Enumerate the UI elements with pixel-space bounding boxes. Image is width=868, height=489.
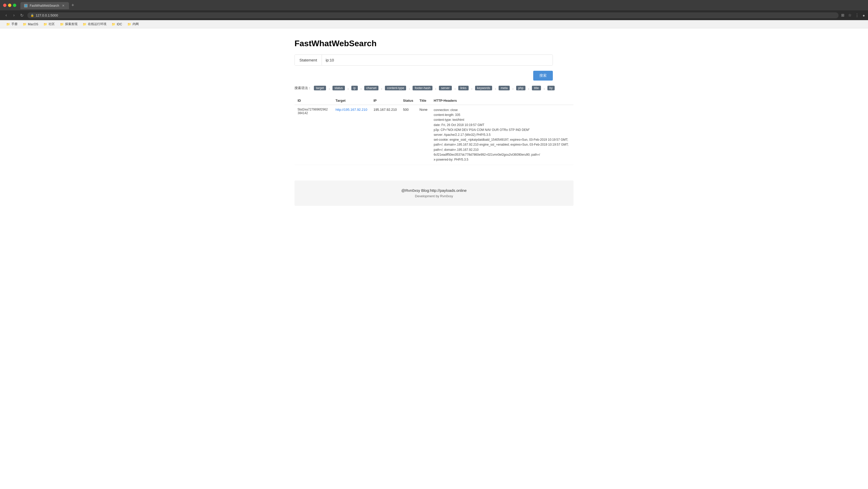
maximize-button[interactable] [13,4,16,7]
syntax-tag[interactable]: status [333,86,345,90]
syntax-comma: ， [454,86,457,90]
tab-title: FastWhatWebSearch [30,4,59,7]
syntax-comma: ， [380,86,383,90]
bookmark-label: 社区 [49,22,55,26]
syntax-comma: ， [511,86,515,90]
app-title: FastWhatWebSearch [294,39,574,48]
bookmark-item[interactable]: 📁手册 [4,21,20,27]
page-content: FastWhatWebSearch Statement 搜索 搜索语法： tar… [279,28,589,216]
syntax-tag[interactable]: content-type [385,86,406,90]
table-cell[interactable]: http://195.167.92.210 [333,105,370,165]
syntax-comma: ， [408,86,411,90]
lock-icon: 🔒 [30,14,34,17]
bookmark-folder-icon: 📁 [112,23,116,26]
bookmark-folder-icon: 📁 [6,23,10,26]
table-header: IDTargetIPStatusTitleHTTP-Headers [294,97,574,105]
forward-button[interactable]: › [11,12,17,18]
syntax-tag[interactable]: links [458,86,469,90]
syntax-comma: ， [470,86,473,90]
syntax-tag[interactable]: server [439,86,452,90]
header-row: IDTargetIPStatusTitleHTTP-Headers [294,97,574,105]
search-input[interactable] [322,55,553,65]
tab-bar: 🌐 FastWhatWebSearch ✕ + [21,2,865,9]
target-link[interactable]: http://195.167.92.210 [336,108,367,111]
syntax-tag[interactable]: footer-hash [412,86,432,90]
bookmark-label: 内网 [132,22,139,26]
tab-favicon: 🌐 [24,4,28,7]
address-bar: ‹ › ↻ 🔒 127.0.0.1:5000 ⊞ ☆ ⋮ ● [0,10,868,20]
footer: @Rvn0xsy Blog:http://payloads.online Dev… [294,181,574,206]
bookmark-label: 探索发现 [65,22,78,26]
syntax-tag[interactable]: keywords [475,86,492,90]
table-column-header: Target [333,97,370,105]
refresh-button[interactable]: ↻ [19,12,25,18]
syntax-tag[interactable]: target [314,86,326,90]
bookmark-item[interactable]: 📁在线运行环境 [81,21,108,27]
table-column-header: IP [370,97,400,105]
table-column-header: Title [416,97,431,105]
table-body: 5bd2ea7279896f2962384142http://195.167.9… [294,105,574,165]
syntax-tag[interactable]: by [548,86,555,90]
bookmark-label: 在线运行环境 [88,22,106,26]
syntax-label: 搜索语法： [294,86,311,90]
active-tab[interactable]: 🌐 FastWhatWebSearch ✕ [21,2,69,9]
table-column-header: Status [400,97,416,105]
menu-icon[interactable]: ⋮ [855,13,859,18]
table-column-header: HTTP-Headers [431,97,574,105]
address-text: 127.0.0.1:5000 [36,13,835,17]
footer-sub: Development by Rvn0xsy [302,194,566,198]
bookmark-item[interactable]: 📁IDC [110,22,124,27]
close-button[interactable] [3,4,6,7]
minimize-button[interactable] [8,4,11,7]
syntax-tag[interactable]: meta [499,86,510,90]
table-cell: 195.167.92.210 [370,105,400,165]
new-tab-button[interactable]: + [70,2,76,8]
profile-icon[interactable]: ● [863,13,865,18]
bookmark-folder-icon: 📁 [83,23,87,26]
syntax-comma: ， [494,86,497,90]
syntax-tag[interactable]: ip [351,86,358,90]
footer-main: @Rvn0xsy Blog:http://payloads.online [302,188,566,193]
bookmark-label: MacOS [28,23,38,26]
syntax-tag[interactable]: title [532,86,541,90]
bookmark-folder-icon: 📁 [23,23,27,26]
bookmark-item[interactable]: 📁MacOS [21,22,40,27]
table-cell: 500 [400,105,416,165]
traffic-lights [3,4,16,7]
table-row: 5bd2ea7279896f2962384142http://195.167.9… [294,105,574,165]
syntax-tag[interactable]: php [516,86,525,90]
nav-buttons: ‹ › ↻ [3,12,25,18]
search-button[interactable]: 搜索 [533,71,553,80]
syntax-comma: ， [346,86,350,90]
syntax-comma: ， [527,86,530,90]
tab-close-button[interactable]: ✕ [61,4,65,8]
bookmark-item[interactable]: 📁社区 [41,21,57,27]
bookmarks-bar: 📁手册📁MacOS📁社区📁探索发现📁在线运行环境📁IDC📁内网 [0,20,868,28]
address-input-wrap[interactable]: 🔒 127.0.0.1:5000 [27,12,839,18]
bookmark-label: 手册 [11,22,18,26]
bookmark-icon[interactable]: ☆ [848,13,851,18]
bookmark-item[interactable]: 📁探索发现 [58,21,80,27]
table-cell: connection: closecontent-length: 335cont… [431,105,574,165]
search-button-wrap: 搜索 [294,71,553,80]
browser-actions: ⊞ ☆ ⋮ ● [841,13,865,18]
table-cell: None [416,105,431,165]
search-bar: Statement [294,55,553,66]
back-button[interactable]: ‹ [3,12,9,18]
table-cell: 5bd2ea7279896f2962384142 [294,105,333,165]
table-column-header: ID [294,97,333,105]
bookmark-label: IDC [117,23,122,26]
bookmark-item[interactable]: 📁内网 [125,21,141,27]
bookmark-folder-icon: 📁 [127,23,131,26]
bookmark-folder-icon: 📁 [60,23,64,26]
results-table: IDTargetIPStatusTitleHTTP-Headers 5bd2ea… [294,97,574,165]
search-syntax: 搜索语法： target，status，ip，charset，content-t… [294,86,574,90]
syntax-comma: ， [359,86,363,90]
syntax-tag[interactable]: charset [364,86,378,90]
translate-icon[interactable]: ⊞ [841,13,844,18]
search-label: Statement [295,55,322,65]
bookmark-folder-icon: 📁 [43,23,47,26]
syntax-comma: ， [328,86,331,90]
browser-chrome: 🌐 FastWhatWebSearch ✕ + [0,0,868,10]
syntax-comma: ， [542,86,546,90]
